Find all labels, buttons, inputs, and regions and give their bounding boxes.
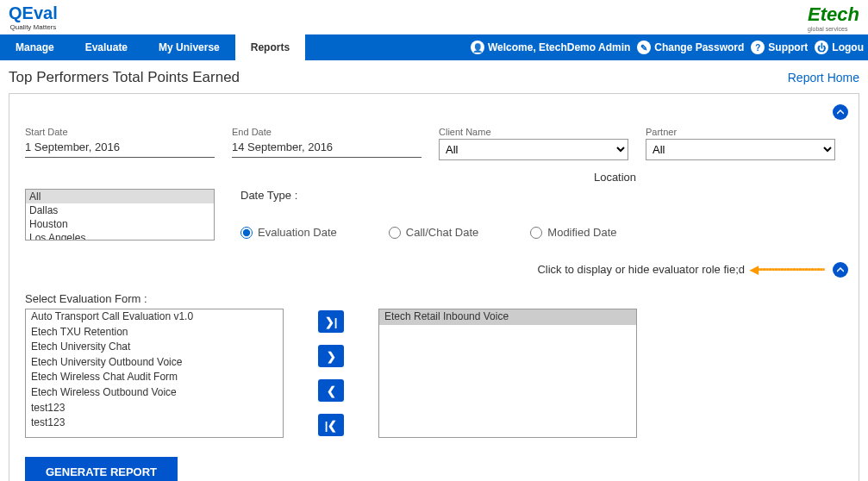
annotation: Click to display or hide evaluator role … <box>537 263 824 277</box>
client-name-label: Client Name <box>439 127 628 137</box>
radio-input[interactable] <box>530 227 542 239</box>
power-icon: ⏻ <box>815 41 828 54</box>
list-item[interactable]: Auto Transport Call Evaluation v1.0 <box>26 309 283 325</box>
available-forms-list[interactable]: Auto Transport Call Evaluation v1.0 Etec… <box>25 309 284 438</box>
nav-left: Manage Evaluate My Universe Reports <box>0 34 305 60</box>
radio-modified-date[interactable]: Modified Date <box>530 226 616 239</box>
list-item[interactable]: test123 <box>26 401 283 416</box>
partner-label: Partner <box>646 127 835 137</box>
chevron-up-icon <box>837 109 844 116</box>
annotation-text: Click to display or hide evaluator role … <box>537 263 745 277</box>
list-item[interactable]: Etech Wireless Chat Audit Form <box>26 370 283 385</box>
end-date-field: End Date 14 September, 2016 <box>232 127 422 160</box>
nav-right: 👤Welcome, EtechDemo Admin ✎Change Passwo… <box>471 41 868 54</box>
move-all-right-button[interactable]: ❯| <box>318 310 344 333</box>
list-item[interactable]: Los Angeles <box>26 231 214 240</box>
collapse-top-button[interactable] <box>833 104 848 120</box>
radio-label: Call/Chat Date <box>406 226 479 239</box>
nav-evaluate[interactable]: Evaluate <box>70 34 143 60</box>
move-right-button[interactable]: ❯ <box>318 345 344 367</box>
list-item[interactable]: Etech Retail Inbound Voice <box>379 309 636 325</box>
key-icon: ✎ <box>637 41 651 54</box>
list-item[interactable]: test123 <box>26 415 283 431</box>
generate-report-button[interactable]: GENERATE REPORT <box>25 457 178 481</box>
collapse-mid-button[interactable] <box>833 262 848 278</box>
logo-tagline: Quality Matters <box>9 23 56 31</box>
eval-form-section: Select Evaluation Form : Auto Transport … <box>25 292 843 438</box>
radio-label: Evaluation Date <box>258 226 337 239</box>
change-password-link[interactable]: ✎Change Password <box>637 41 744 54</box>
list-item[interactable]: Houston <box>26 217 214 231</box>
page-title: Top Performers Total Points Earned <box>9 69 240 86</box>
move-left-button[interactable]: ❮ <box>318 379 344 402</box>
list-item[interactable]: All <box>26 190 214 203</box>
support-link[interactable]: ?Support <box>751 41 808 54</box>
end-date-input[interactable]: 14 September, 2016 <box>232 139 422 158</box>
move-all-left-button[interactable]: |❮ <box>318 414 344 436</box>
logout-link[interactable]: ⏻Logou <box>815 41 864 54</box>
date-type-group: Date Type : Evaluation Date Call/Chat Da… <box>240 189 617 239</box>
support-icon: ? <box>751 41 765 54</box>
list-item[interactable]: Etech TXU Retention <box>26 325 283 340</box>
eval-form-row: Auto Transport Call Evaluation v1.0 Etec… <box>25 309 843 438</box>
start-date-label: Start Date <box>25 127 215 137</box>
list-item[interactable]: Etech University Chat <box>26 340 283 355</box>
welcome-link[interactable]: 👤Welcome, EtechDemo Admin <box>471 41 630 54</box>
user-icon: 👤 <box>471 41 484 54</box>
client-name-select[interactable]: All <box>439 139 628 160</box>
radio-label: Modified Date <box>547 226 616 239</box>
list-item[interactable]: Etech University Outbound Voice <box>26 355 283 371</box>
navbar: Manage Evaluate My Universe Reports 👤Wel… <box>0 34 868 60</box>
welcome-text: Welcome, EtechDemo Admin <box>488 41 630 53</box>
filter-row-2: All Dallas Houston Los Angeles Date Type… <box>25 189 843 240</box>
eval-form-label: Select Evaluation Form : <box>25 292 843 305</box>
report-home-link[interactable]: Report Home <box>788 71 859 84</box>
date-type-radios: Evaluation Date Call/Chat Date Modified … <box>240 226 617 239</box>
radio-evaluation-date[interactable]: Evaluation Date <box>240 226 337 239</box>
nav-my-universe[interactable]: My Universe <box>143 34 235 60</box>
filter-row-1: Start Date 1 September, 2016 End Date 14… <box>25 127 843 160</box>
change-pw-text: Change Password <box>654 41 744 53</box>
radio-call-chat-date[interactable]: Call/Chat Date <box>389 226 479 239</box>
arrow-icon: ◀┅┅┅┅┅┅┅┅┅┅┅ <box>750 263 824 276</box>
header: QEval Quality Matters Etechglobal servic… <box>0 0 868 34</box>
list-item[interactable]: Dallas <box>26 203 214 217</box>
partner-field: Partner All <box>646 127 835 160</box>
nav-manage[interactable]: Manage <box>0 34 70 60</box>
selected-forms-list[interactable]: Etech Retail Inbound Voice <box>378 309 637 438</box>
transfer-buttons: ❯| ❯ ❮ |❮ <box>318 310 344 436</box>
chevron-up-icon <box>837 266 844 273</box>
start-date-input[interactable]: 1 September, 2016 <box>25 139 215 158</box>
partner-select[interactable]: All <box>646 139 835 160</box>
client-name-field: Client Name All <box>439 127 628 160</box>
support-text: Support <box>768 41 808 53</box>
page-head: Top Performers Total Points Earned Repor… <box>0 60 868 93</box>
filter-panel: Start Date 1 September, 2016 End Date 14… <box>9 93 859 481</box>
radio-input[interactable] <box>389 227 401 239</box>
date-type-label: Date Type : <box>240 189 617 202</box>
app-logo: QEval Quality Matters <box>9 3 58 31</box>
nav-reports[interactable]: Reports <box>235 34 305 60</box>
list-item[interactable]: Etech Wireless Outbound Voice <box>26 385 283 401</box>
logout-text: Logou <box>832 41 864 53</box>
end-date-label: End Date <box>232 127 422 137</box>
etech-logo: Etechglobal services <box>808 3 859 32</box>
start-date-field: Start Date 1 September, 2016 <box>25 127 215 160</box>
radio-input[interactable] <box>240 227 253 239</box>
location-listbox[interactable]: All Dallas Houston Los Angeles <box>25 189 215 240</box>
location-label: Location <box>387 171 843 184</box>
